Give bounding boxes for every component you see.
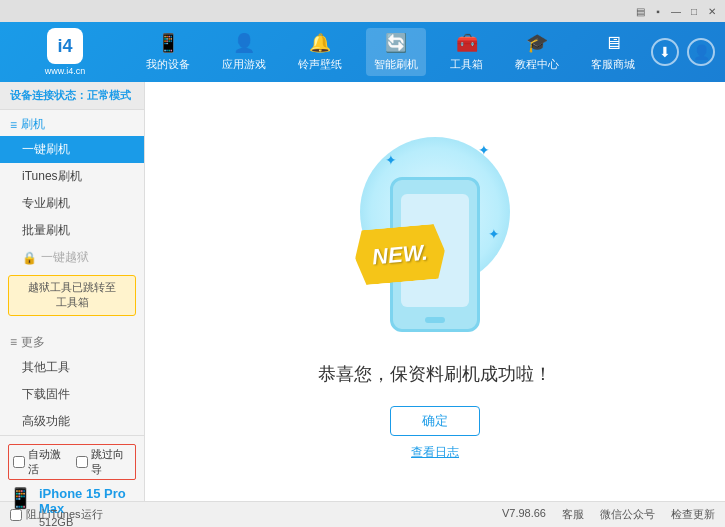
logo-icon: i4 — [47, 28, 83, 64]
apps-icon: 👤 — [233, 32, 255, 54]
sidebar-status-label: 设备连接状态： — [10, 89, 87, 101]
version-text: V7.98.66 — [502, 507, 546, 522]
jailbreak-label: 一键越狱 — [41, 249, 89, 266]
minimize-button[interactable]: — — [669, 4, 683, 18]
auto-activate-item[interactable]: 自动激活 — [13, 447, 68, 477]
mydevice-icon: 📱 — [157, 32, 179, 54]
footer-left: 阻止iTunes运行 — [10, 507, 103, 522]
flash-icon: 🔄 — [385, 32, 407, 54]
sidebar-item-itunes[interactable]: iTunes刷机 — [0, 163, 144, 190]
footer-update[interactable]: 检查更新 — [671, 507, 715, 522]
skip-guide-item[interactable]: 跳过向导 — [76, 447, 131, 477]
sidebar-item-other-tools[interactable]: 其他工具 — [0, 354, 144, 381]
maximize-button[interactable]: □ — [687, 4, 701, 18]
wifi-icon: ▤ — [633, 4, 647, 18]
star2-icon: ✦ — [478, 142, 490, 158]
user-button[interactable]: 👤 — [687, 38, 715, 66]
block-itunes-checkbox[interactable] — [10, 509, 22, 521]
success-illustration: NEW. ✦ ✦ ✦ — [325, 122, 545, 342]
sidebar: 设备连接状态：正常模式 ≡ 刷机 一键刷机 iTunes刷机 专业刷机 批量刷机… — [0, 82, 145, 501]
lock-icon: 🔒 — [22, 251, 37, 265]
nav-items: 📱 我的设备 👤 应用游戏 🔔 铃声壁纸 🔄 智能刷机 🧰 工具箱 🎓 教程中心… — [130, 28, 651, 76]
nav-item-apps-label: 应用游戏 — [222, 57, 266, 72]
battery-icon: ▪ — [651, 4, 665, 18]
nav-item-ringtone[interactable]: 🔔 铃声壁纸 — [290, 28, 350, 76]
content-area: NEW. ✦ ✦ ✦ 恭喜您，保资料刷机成功啦！ 确定 查看日志 — [145, 82, 725, 501]
sidebar-status-value: 正常模式 — [87, 89, 131, 101]
nav-item-service[interactable]: 🖥 客服商城 — [583, 29, 643, 76]
footer-wechat[interactable]: 微信公众号 — [600, 507, 655, 522]
toolbox-icon: 🧰 — [456, 32, 478, 54]
sidebar-item-download[interactable]: 下载固件 — [0, 381, 144, 408]
footer-service[interactable]: 客服 — [562, 507, 584, 522]
sidebar-flash-header: ≡ 刷机 — [0, 110, 144, 136]
logo-text: www.i4.cn — [45, 66, 86, 76]
nav-item-service-label: 客服商城 — [591, 57, 635, 72]
nav-item-flash[interactable]: 🔄 智能刷机 — [366, 28, 426, 76]
header: i4 www.i4.cn 📱 我的设备 👤 应用游戏 🔔 铃声壁纸 🔄 智能刷机… — [0, 22, 725, 82]
checkbox-row: 自动激活 跳过向导 — [8, 444, 136, 480]
nav-item-tutorial[interactable]: 🎓 教程中心 — [507, 28, 567, 76]
success-title: 恭喜您，保资料刷机成功啦！ — [318, 362, 552, 386]
log-link[interactable]: 查看日志 — [411, 444, 459, 461]
download-button[interactable]: ⬇ — [651, 38, 679, 66]
nav-item-tutorial-label: 教程中心 — [515, 57, 559, 72]
nav-item-mydevice[interactable]: 📱 我的设备 — [138, 28, 198, 76]
tutorial-icon: 🎓 — [526, 32, 548, 54]
phone-home — [425, 317, 445, 323]
star3-icon: ✦ — [488, 226, 500, 242]
more-section-icon: ≡ — [10, 335, 17, 349]
top-bar: ▤ ▪ — □ ✕ — [0, 0, 725, 22]
nav-item-toolbox-label: 工具箱 — [450, 57, 483, 72]
logo-area: i4 www.i4.cn — [0, 28, 130, 76]
nav-item-toolbox[interactable]: 🧰 工具箱 — [442, 28, 491, 76]
close-button[interactable]: ✕ — [705, 4, 719, 18]
header-right: ⬇ 👤 — [651, 38, 725, 66]
sidebar-more-header: ≡ 更多 — [0, 328, 144, 354]
nav-item-ringtone-label: 铃声壁纸 — [298, 57, 342, 72]
main-layout: 设备连接状态：正常模式 ≡ 刷机 一键刷机 iTunes刷机 专业刷机 批量刷机… — [0, 82, 725, 501]
skip-guide-checkbox[interactable] — [76, 456, 88, 468]
more-section-label: 更多 — [21, 334, 45, 351]
auto-activate-checkbox[interactable] — [13, 456, 25, 468]
auto-activate-label: 自动激活 — [28, 447, 68, 477]
sidebar-notice-text: 越狱工具已跳转至工具箱 — [28, 281, 116, 308]
nav-item-flash-label: 智能刷机 — [374, 57, 418, 72]
confirm-button-label: 确定 — [422, 412, 448, 430]
confirm-button[interactable]: 确定 — [390, 406, 480, 436]
sidebar-item-batch[interactable]: 批量刷机 — [0, 217, 144, 244]
sidebar-item-advanced[interactable]: 高级功能 — [0, 408, 144, 435]
ringtone-icon: 🔔 — [309, 32, 331, 54]
footer-right: V7.98.66 客服 微信公众号 检查更新 — [502, 507, 715, 522]
star1-icon: ✦ — [385, 152, 397, 168]
skip-guide-label: 跳过向导 — [91, 447, 131, 477]
new-ribbon: NEW. — [353, 223, 447, 286]
flash-section-icon: ≡ — [10, 118, 17, 132]
sidebar-status: 设备连接状态：正常模式 — [0, 82, 144, 110]
flash-section-label: 刷机 — [21, 116, 45, 133]
new-ribbon-text: NEW. — [371, 239, 429, 270]
nav-item-mydevice-label: 我的设备 — [146, 57, 190, 72]
nav-item-apps[interactable]: 👤 应用游戏 — [214, 28, 274, 76]
block-itunes-label: 阻止iTunes运行 — [26, 507, 103, 522]
sidebar-item-onekey[interactable]: 一键刷机 — [0, 136, 144, 163]
sidebar-item-jailbreak: 🔒 一键越狱 — [0, 244, 144, 271]
service-icon: 🖥 — [604, 33, 622, 54]
sidebar-item-pro[interactable]: 专业刷机 — [0, 190, 144, 217]
sidebar-notice: 越狱工具已跳转至工具箱 — [8, 275, 136, 316]
